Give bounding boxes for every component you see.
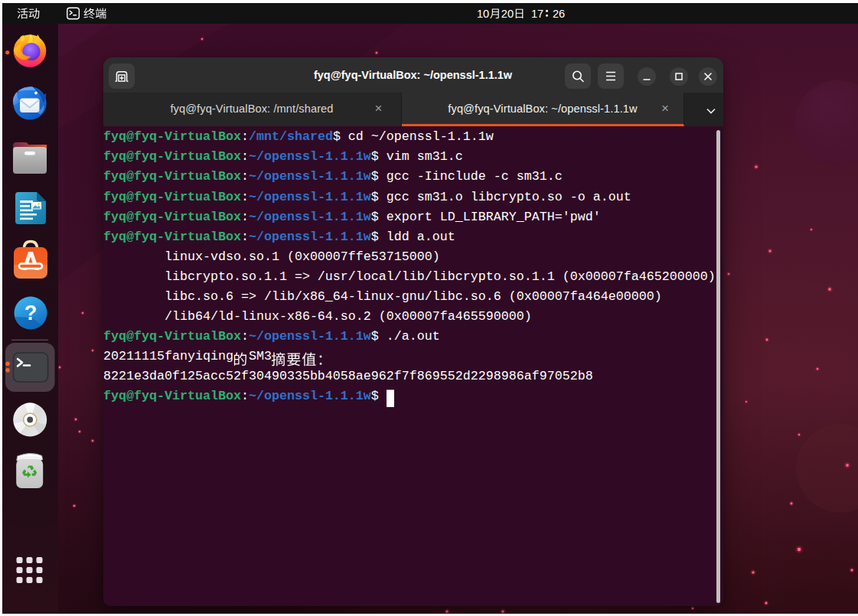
svg-text:10: 10 — [477, 8, 489, 20]
svg-text:20: 20 — [501, 8, 514, 20]
svg-text:17: 17 — [531, 8, 543, 20]
svg-text:26: 26 — [553, 8, 565, 20]
svg-text:?: ? — [24, 301, 38, 324]
